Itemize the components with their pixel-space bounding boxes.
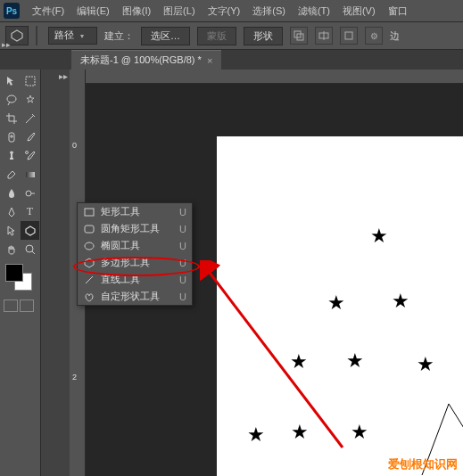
menu-type[interactable]: 文字(Y) [203,3,246,20]
svg-marker-16 [26,226,35,235]
foreground-color[interactable] [5,264,23,282]
flyout-shortcut: U [174,241,186,251]
lasso-tool[interactable] [2,90,21,109]
menu-edit[interactable]: 编辑(E) [71,3,115,20]
zoom-tool[interactable] [21,240,39,259]
brush-tool[interactable] [21,127,39,146]
flyout-line[interactable]: 直线工具 U [78,271,192,288]
quickmask-icon[interactable] [4,300,18,312]
menu-file[interactable]: 文件(F) [27,3,70,20]
flyout-label: 矩形工具 [101,205,169,218]
svg-rect-13 [26,172,35,177]
svg-line-31 [86,276,93,283]
wand-tool[interactable] [21,90,39,109]
menu-window[interactable]: 窗口 [383,3,413,20]
menu-bar: Ps 文件(F) 编辑(E) 图像(I) 图层(L) 文字(Y) 选择(S) 滤… [0,0,463,21]
flyout-shortcut: U [174,275,186,285]
hand-tool[interactable] [2,240,21,259]
app-logo: Ps [4,3,20,19]
flyout-rounded-rect[interactable]: 圆角矩形工具 U [78,220,192,237]
rounded-rect-icon [83,223,95,235]
main-area: T ▸▸ 0 2 ★ ★ ★ ★ ★ ★ [0,70,463,476]
blur-tool[interactable] [2,184,21,202]
star-shape: ★ [392,290,409,313]
move-tool[interactable] [2,71,21,90]
star-shape: ★ [351,421,368,444]
document-tab-bar: 未标题-1 @ 100%(RGB/8) * × [0,50,463,70]
flyout-shortcut: U [174,258,186,268]
svg-point-7 [7,95,16,103]
panel-chevron-icon[interactable]: ▸▸ [2,40,11,49]
line-icon [83,274,95,286]
flyout-label: 圆角矩形工具 [101,222,169,235]
shape-tool-flyout: 矩形工具 U 圆角矩形工具 U 椭圆工具 U 多边形工具 U 直线工具 U 自定… [77,202,193,306]
mask-button[interactable]: 蒙版 [197,27,236,45]
color-swatches[interactable] [2,262,38,294]
star-shape: ★ [417,353,434,376]
gradient-tool[interactable] [21,165,39,184]
path-op-icon-1[interactable] [290,27,308,45]
menu-select[interactable]: 选择(S) [247,3,291,20]
settings-icon[interactable]: ⚙ [365,27,383,45]
flyout-shortcut: U [174,207,186,217]
shape-tool[interactable] [21,221,39,240]
ruler-tick: 2 [72,373,77,382]
flyout-polygon[interactable]: 多边形工具 U [78,254,192,271]
toolbox: T [0,70,41,476]
menu-image[interactable]: 图像(I) [117,3,156,20]
star-shape: ★ [247,423,265,447]
star-shape: ★ [291,421,309,444]
svg-point-29 [85,242,94,250]
dodge-tool[interactable] [21,184,39,202]
eraser-tool[interactable] [2,165,21,184]
marquee-tool[interactable] [21,71,39,90]
flyout-custom-shape[interactable]: 自定形状工具 U [78,288,192,305]
type-tool[interactable]: T [21,202,39,221]
svg-point-14 [26,191,31,196]
build-label: 建立： [104,29,134,43]
flyout-label: 多边形工具 [101,256,169,269]
menu-layer[interactable]: 图层(L) [158,3,200,20]
svg-line-18 [32,251,35,254]
chevron-right-icon[interactable]: ▸▸ [59,71,68,81]
ellipse-icon [83,240,95,252]
options-bar: 路径 ▾ 建立： 选区… 蒙版 形状 ⚙ 边 [0,21,463,50]
svg-rect-6 [26,77,35,86]
svg-rect-28 [85,226,94,233]
flyout-shortcut: U [174,291,186,302]
document-tab[interactable]: 未标题-1 @ 100%(RGB/8) * × [71,50,221,70]
menu-filter[interactable]: 滤镜(T) [293,3,335,20]
tab-close-icon[interactable]: × [207,55,212,66]
selection-button[interactable]: 选区… [141,27,190,45]
ruler-tick: 0 [72,141,77,150]
svg-point-12 [25,151,28,153]
polygon-icon [83,257,95,269]
panel-gutter: ▸▸ [41,70,70,476]
flyout-shortcut: U [174,224,186,234]
pen-tool[interactable] [2,202,21,221]
eyedropper-tool[interactable] [21,109,39,127]
crop-tool[interactable] [2,109,21,127]
svg-rect-5 [345,32,352,39]
path-op-icon-2[interactable] [315,27,333,45]
svg-point-11 [10,151,13,153]
history-brush-tool[interactable] [21,146,39,165]
stamp-tool[interactable] [2,146,21,165]
flyout-ellipse[interactable]: 椭圆工具 U [78,237,192,254]
custom-shape-icon [83,291,95,303]
shape-button[interactable]: 形状 [244,27,283,45]
flyout-label: 椭圆工具 [101,239,169,252]
path-select-tool[interactable] [2,221,21,240]
screenmode-icon[interactable] [20,300,34,312]
flyout-rectangle[interactable]: 矩形工具 U [78,203,192,220]
path-op-icon-3[interactable] [340,27,358,45]
hexagon-icon [11,29,23,42]
document-canvas[interactable]: ★ ★ ★ ★ ★ ★ ★ ★ ★ [217,136,463,476]
tab-title: 未标题-1 @ 100%(RGB/8) * [80,53,202,67]
rectangle-icon [83,206,95,218]
flyout-label: 直线工具 [101,273,169,286]
menu-view[interactable]: 视图(V) [337,3,381,20]
mode-select[interactable]: 路径 ▾ [48,27,97,45]
watermark-text: 爱刨根知识网 [388,456,458,472]
heal-tool[interactable] [2,127,21,146]
